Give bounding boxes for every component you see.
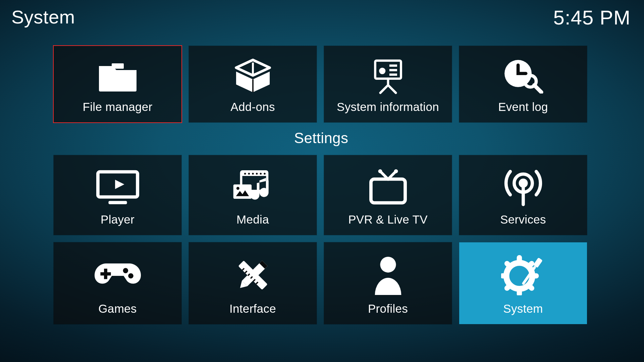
svg-point-16: [260, 173, 261, 174]
folder-icon: [58, 54, 177, 98]
top-tile-row: File manager Add-ons: [54, 46, 589, 122]
tile-pvr-live-tv[interactable]: PVR & Live TV: [324, 155, 452, 235]
svg-point-20: [378, 169, 382, 173]
svg-rect-9: [108, 201, 127, 204]
tile-label: Player: [101, 213, 135, 226]
svg-point-14: [252, 173, 254, 174]
tile-label: PVR & Live TV: [348, 213, 428, 226]
tile-system[interactable]: System: [459, 242, 587, 324]
svg-point-21: [394, 169, 398, 173]
svg-rect-3: [389, 64, 397, 67]
svg-rect-1: [375, 61, 401, 79]
clock-search-icon: [463, 54, 583, 98]
svg-point-28: [128, 273, 133, 279]
settings-row-1: Player Media: [54, 155, 589, 235]
monitor-play-icon: [58, 163, 177, 211]
svg-point-13: [248, 173, 250, 174]
tile-system-information[interactable]: System information: [324, 46, 452, 122]
presentation-icon: [328, 54, 448, 98]
tv-icon: [328, 163, 448, 211]
tile-label: System: [503, 302, 543, 315]
box-icon: [193, 54, 313, 98]
svg-point-15: [256, 173, 257, 174]
tile-interface[interactable]: Interface: [189, 242, 317, 324]
person-icon: [328, 250, 448, 300]
gamepad-icon: [58, 250, 177, 300]
tile-add-ons[interactable]: Add-ons: [189, 46, 317, 122]
tile-label: Services: [500, 213, 546, 226]
tile-label: System information: [337, 100, 439, 114]
svg-point-27: [123, 268, 128, 274]
tile-event-log[interactable]: Event log: [459, 46, 587, 122]
tile-label: Add-ons: [230, 100, 275, 114]
tile-label: Media: [236, 213, 269, 226]
svg-rect-22: [371, 179, 405, 203]
tile-player[interactable]: Player: [54, 155, 181, 235]
header: System 5:45 PM: [0, 0, 644, 29]
clock-display: 5:45 PM: [553, 6, 631, 29]
svg-point-19: [236, 187, 239, 190]
tile-services[interactable]: Services: [459, 155, 587, 235]
tile-games[interactable]: Games: [54, 242, 181, 324]
svg-rect-4: [389, 69, 397, 71]
tile-profiles[interactable]: Profiles: [324, 242, 452, 324]
svg-point-2: [379, 68, 385, 74]
system-content: File manager Add-ons: [0, 29, 644, 324]
svg-rect-5: [389, 73, 397, 76]
section-heading-settings: Settings: [54, 130, 589, 146]
settings-row-2: Games: [54, 242, 589, 324]
svg-point-12: [244, 173, 246, 174]
tile-file-manager[interactable]: File manager: [54, 46, 181, 122]
svg-point-38: [380, 257, 396, 273]
svg-rect-18: [233, 184, 251, 199]
tile-label: Profiles: [368, 302, 408, 315]
gear-screwdriver-icon: [463, 250, 583, 300]
tile-label: Interface: [229, 302, 276, 315]
svg-rect-26: [100, 272, 111, 276]
page-title: System: [11, 6, 75, 28]
tile-label: Event log: [498, 100, 548, 114]
media-library-icon: [193, 163, 313, 211]
tile-label: File manager: [83, 100, 153, 114]
pencil-ruler-icon: [193, 250, 313, 300]
tile-label: Games: [98, 302, 137, 315]
svg-rect-0: [112, 63, 124, 69]
svg-point-17: [264, 173, 265, 174]
broadcast-icon: [463, 163, 583, 211]
tile-media[interactable]: Media: [189, 155, 317, 235]
